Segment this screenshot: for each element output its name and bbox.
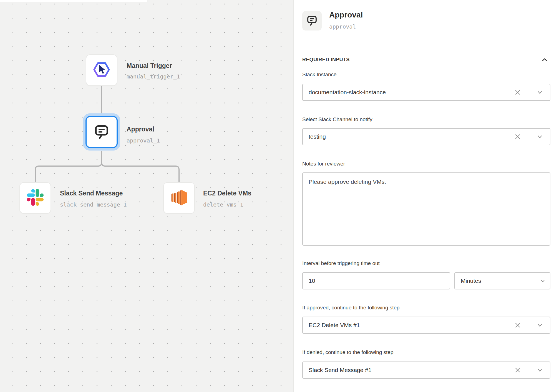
- node-id: manual_trigger_1: [127, 73, 180, 80]
- chevron-down-icon[interactable]: [534, 319, 546, 331]
- approval-chat-bubble-icon: [94, 123, 110, 141]
- interval-value-input[interactable]: [302, 272, 450, 289]
- interval-unit-value: Minutes: [455, 278, 534, 284]
- step-icon-tile: [302, 11, 322, 30]
- if-denied-step-input[interactable]: [303, 367, 512, 373]
- panel-title: Approval: [329, 11, 363, 19]
- divider: [294, 45, 554, 45]
- field-label: Select Slack Channel to notify: [302, 116, 372, 123]
- interval-unit-select[interactable]: Minutes: [454, 272, 550, 289]
- node-title: Manual Trigger: [127, 62, 172, 70]
- approval-chat-bubble-icon: [306, 14, 318, 27]
- workflow-app: Manual Trigger manual_trigger_1 Approval…: [0, 0, 554, 392]
- chevron-down-icon: [534, 275, 546, 287]
- field-label: Interval before triggering time out: [302, 260, 380, 266]
- slack-instance-input[interactable]: [303, 89, 512, 96]
- x-clear-icon[interactable]: [512, 131, 524, 143]
- slack-channel-combobox[interactable]: [302, 128, 550, 145]
- slack-logo-icon: [27, 189, 44, 207]
- if-approved-step-combobox[interactable]: [302, 317, 550, 334]
- slack-channel-input[interactable]: [303, 133, 512, 140]
- field-label: If denied, continue to the following ste…: [302, 349, 394, 355]
- node-id: slack_send_message_1: [60, 201, 127, 208]
- node-title: Slack Send Message: [60, 190, 123, 197]
- node-id: delete_vms_1: [203, 201, 243, 208]
- selection-halo: [83, 113, 120, 151]
- x-clear-icon[interactable]: [512, 364, 524, 376]
- chevron-down-icon[interactable]: [534, 86, 546, 98]
- node-card-slack-send-message[interactable]: [19, 182, 51, 214]
- node-card-manual-trigger[interactable]: [86, 54, 117, 86]
- node-id: approval_1: [127, 137, 160, 144]
- chevron-down-icon[interactable]: [534, 131, 546, 143]
- field-label: If approved, continue to the following s…: [302, 305, 400, 311]
- section-title-required-inputs: REQUIRED INPUTS: [302, 57, 350, 63]
- chevron-up-icon: [541, 57, 548, 64]
- chevron-down-icon[interactable]: [534, 364, 546, 376]
- if-denied-step-combobox[interactable]: [302, 362, 550, 379]
- x-clear-icon[interactable]: [512, 86, 524, 98]
- node-title: EC2 Delete VMs: [203, 190, 251, 197]
- collapse-section-button[interactable]: [540, 56, 549, 65]
- node-card-ec2-delete-vms[interactable]: [163, 182, 195, 214]
- x-clear-icon[interactable]: [512, 319, 524, 331]
- node-card-approval[interactable]: [85, 116, 118, 148]
- field-label: Slack Instance: [302, 72, 337, 78]
- panel-subtitle: approval: [329, 23, 356, 30]
- step-config-panel: Approval approval REQUIRED INPUTS Slack …: [293, 0, 554, 392]
- workflow-canvas[interactable]: Manual Trigger manual_trigger_1 Approval…: [0, 0, 293, 392]
- ec2-icon: [169, 187, 189, 209]
- slack-instance-combobox[interactable]: [302, 84, 550, 101]
- node-title: Approval: [127, 126, 154, 133]
- manual-trigger-hexagon-cursor-icon: [92, 60, 111, 80]
- if-approved-step-input[interactable]: [303, 322, 512, 329]
- field-label: Notes for reviewer: [302, 161, 345, 167]
- canvas-top-toolbar-remnant: [0, 0, 147, 2]
- notes-for-reviewer-textarea[interactable]: Please approve deleting VMs.: [302, 172, 550, 246]
